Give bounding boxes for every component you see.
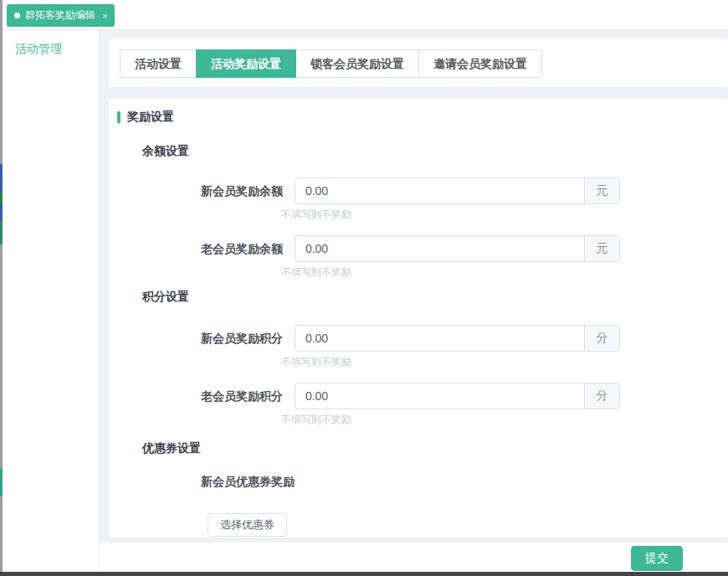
tab-activity-settings[interactable]: 活动设置 (120, 49, 197, 78)
unit-addon: 元 (584, 178, 619, 203)
old-member-balance-input-group: 元 (295, 235, 620, 262)
open-page-tab[interactable]: 群拓客奖励编辑 × (7, 4, 115, 27)
section-title: 奖励设置 (127, 110, 174, 125)
old-member-balance-input[interactable] (295, 236, 584, 261)
unit-addon: 分 (584, 383, 619, 409)
section-accent-bar (117, 111, 120, 123)
field-old-member-balance: 老会员奖励余额 元 不填写则不奖励 (201, 235, 620, 280)
field-label: 老会员奖励积分 (201, 383, 283, 409)
field-label: 新会员奖励余额 (201, 177, 283, 204)
page-tab-label: 群拓客奖励编辑 (25, 8, 95, 23)
new-member-balance-input-group: 元 (295, 177, 620, 204)
select-coupon-button[interactable]: 选择优惠券 (208, 513, 287, 537)
field-hint: 不填写则不奖励 (281, 208, 620, 222)
new-member-points-input-group: 分 (295, 325, 620, 352)
tab-invite-member-reward-settings[interactable]: 邀请会员奖励设置 (418, 49, 542, 78)
field-old-member-points: 老会员奖励积分 分 不填写则不奖励 (201, 383, 620, 427)
group-title-coupon: 优惠券设置 (142, 441, 201, 456)
tab-lock-member-reward-settings[interactable]: 锁客会员奖励设置 (295, 49, 419, 78)
field-hint: 不填写则不奖励 (281, 265, 620, 280)
reward-settings-form: 奖励设置 余额设置 新会员奖励余额 元 不填写则不奖励 老会员奖励余额 元 不填… (109, 99, 728, 537)
section-header: 奖励设置 (117, 110, 174, 125)
field-hint: 不填写则不奖励 (281, 413, 620, 427)
sidebar-item-activity-management[interactable]: 活动管理 (3, 30, 99, 57)
close-icon[interactable]: × (102, 11, 107, 21)
field-hint: 不填写则不奖励 (281, 355, 620, 369)
field-new-member-balance: 新会员奖励余额 元 不填写则不奖励 (201, 177, 620, 222)
new-member-coupon-reward-label: 新会员优惠券奖励 (201, 475, 295, 490)
main-content: 活动设置 活动奖励设置 锁客会员奖励设置 邀请会员奖励设置 奖励设置 余额设置 … (100, 30, 728, 576)
unit-addon: 元 (584, 236, 619, 261)
active-dot-icon (14, 13, 20, 18)
new-member-balance-input[interactable] (295, 178, 584, 203)
field-label: 老会员奖励余额 (201, 235, 283, 262)
page-tab-bar: 群拓客奖励编辑 × (3, 0, 728, 30)
app-window: 群拓客奖励编辑 × 活动管理 活动设置 活动奖励设置 锁客会员奖励设置 邀请会员… (0, 0, 728, 576)
old-member-points-input[interactable] (295, 383, 584, 409)
old-member-points-input-group: 分 (295, 383, 620, 409)
field-label: 新会员奖励积分 (201, 325, 283, 352)
settings-tab-group: 活动设置 活动奖励设置 锁客会员奖励设置 邀请会员奖励设置 (120, 49, 542, 78)
unit-addon: 分 (584, 326, 619, 351)
window-bottom-edge (0, 572, 728, 576)
form-footer: 提交 (100, 543, 728, 572)
submit-button[interactable]: 提交 (631, 546, 683, 571)
new-member-points-input[interactable] (295, 326, 584, 351)
field-new-member-points: 新会员奖励积分 分 不填写则不奖励 (201, 325, 620, 369)
tabs-card: 活动设置 活动奖励设置 锁客会员奖励设置 邀请会员奖励设置 (109, 39, 728, 87)
group-title-balance: 余额设置 (142, 144, 189, 159)
tab-activity-reward-settings[interactable]: 活动奖励设置 (196, 49, 296, 78)
sidebar: 活动管理 (3, 30, 100, 576)
group-title-points: 积分设置 (142, 290, 189, 305)
